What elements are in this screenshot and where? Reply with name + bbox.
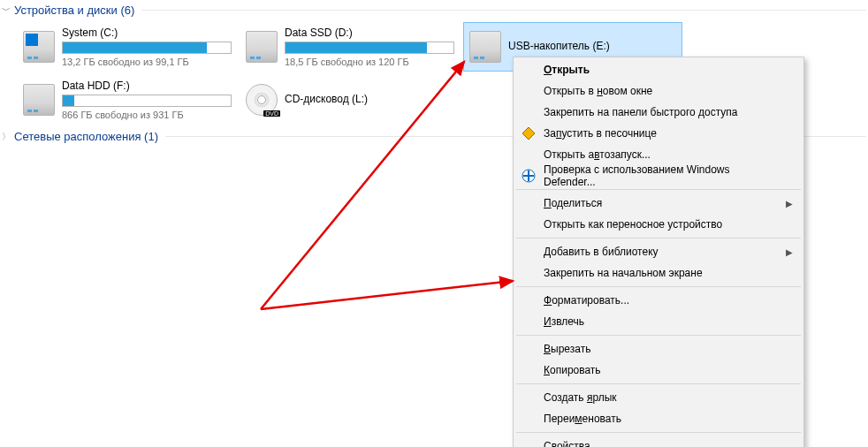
drive-capacity-bar [62,95,232,107]
menu-open-autorun[interactable]: Открыть автозапуск... [515,144,802,165]
menu-pin-quick-access[interactable]: Закрепить на панели быстрого доступа [515,102,802,123]
svg-marker-0 [522,127,535,140]
section-devices-label: Устройства и диски (6) [14,4,134,17]
menu-add-library[interactable]: Добавить в библиотеку▶ [515,241,802,262]
drive-data-ssd-d[interactable]: Data SSD (D:) 18,5 ГБ свободно из 120 ГБ [240,22,460,72]
menu-create-shortcut[interactable]: Создать ярлык [515,387,802,408]
section-devices-header[interactable]: ﹀ Устройства и диски (6) [0,0,868,20]
drive-free-text: 866 ГБ свободно из 931 ГБ [62,110,232,120]
menu-copy[interactable]: Копировать [515,360,802,381]
drive-usb-icon [469,31,501,63]
drive-hdd-windows-icon [23,31,55,63]
menu-open[interactable]: Открыть [515,59,802,80]
menu-eject[interactable]: Извлечь [515,311,802,332]
menu-format[interactable]: Форматировать... [515,290,802,311]
drive-data-hdd-f[interactable]: Data HDD (F:) 866 ГБ свободно из 931 ГБ [18,75,237,125]
menu-separator [516,383,801,384]
svg-rect-3 [523,175,534,177]
menu-run-sandbox[interactable]: Запустить в песочнице [515,123,802,144]
drive-hdd-icon [23,84,55,116]
menu-separator [516,238,801,239]
chevron-right-icon: 〉 [2,131,11,143]
drive-capacity-bar [285,42,454,54]
section-network-label: Сетевые расположения (1) [14,130,158,143]
drive-hdd-icon [246,31,278,63]
submenu-arrow-icon: ▶ [786,199,793,208]
defender-icon [521,168,537,184]
menu-pin-start[interactable]: Закрепить на начальном экране [515,262,802,284]
sandbox-icon [521,125,537,141]
drive-name: System (C:) [62,27,232,39]
drive-system-c[interactable]: System (C:) 13,2 ГБ свободно из 99,1 ГБ [18,22,237,72]
menu-separator [516,432,801,433]
drive-name: Data SSD (D:) [285,27,454,39]
drive-name: CD-дисковод (L:) [285,93,454,105]
chevron-down-icon: ﹀ [2,4,11,17]
menu-separator [516,286,801,287]
menu-rename[interactable]: Переименовать [515,408,802,429]
menu-cut[interactable]: Вырезать [515,338,802,360]
menu-defender-scan[interactable]: Проверка с использованием Windows Defend… [515,165,802,186]
drive-free-text: 18,5 ГБ свободно из 120 ГБ [285,57,454,67]
drive-context-menu: Открыть Открыть в новом окне Закрепить н… [513,57,804,447]
menu-open-new-window[interactable]: Открыть в новом окне [515,80,802,102]
section-divider [141,10,866,11]
drive-cd-l[interactable]: DVD CD-дисковод (L:) [240,75,460,125]
menu-separator [516,335,801,336]
menu-separator [516,189,801,190]
menu-share[interactable]: Поделиться▶ [515,193,802,214]
menu-properties[interactable]: Свойства [515,436,802,447]
drive-dvd-icon: DVD [246,84,278,116]
drive-name: Data HDD (F:) [62,80,232,92]
svg-line-6 [261,281,513,309]
drive-capacity-bar [62,42,232,54]
menu-open-portable[interactable]: Открыть как переносное устройство [515,214,802,235]
submenu-arrow-icon: ▶ [786,247,793,257]
drive-name: USB-накопитель (E:) [508,40,676,52]
drive-free-text: 13,2 ГБ свободно из 99,1 ГБ [62,57,232,67]
